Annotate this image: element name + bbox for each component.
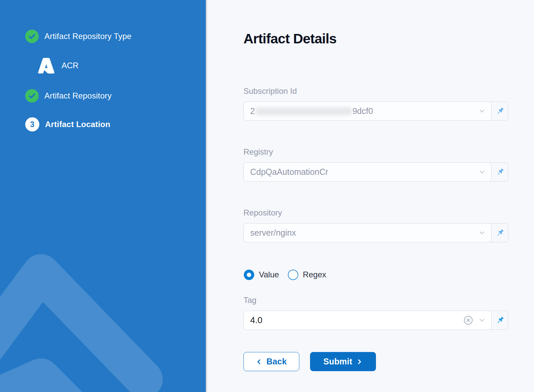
clear-icon[interactable] [464,316,473,325]
chevron-down-icon[interactable] [479,317,485,323]
tag-input-wrap [243,311,492,330]
subscription-id-value-prefix: 2 [250,106,255,116]
wizard-steps: Artifact Repository Type ACR Artifact Re… [0,0,206,131]
step-artifact-repository[interactable]: Artifact Repository [25,89,206,103]
chevron-left-icon [256,359,262,365]
selected-repository-type: ACR [37,56,206,75]
step-label: Artifact Location [45,120,110,129]
pin-icon [496,316,505,325]
repository-pin-button[interactable] [492,223,508,242]
radio-option-value[interactable]: Value [244,270,279,280]
wizard-footer-buttons: Back Submit [243,352,508,371]
radio-option-regex[interactable]: Regex [288,270,326,280]
pin-icon [496,228,505,237]
chevron-down-icon [479,230,485,236]
registry-select[interactable]: CdpQaAutomationCr [243,162,492,182]
page-title: Artifact Details [243,30,508,48]
registry-control: CdpQaAutomationCr [243,162,508,182]
radio-unselected-icon[interactable] [288,270,298,280]
registry-pin-button[interactable] [492,162,508,182]
pin-icon [496,107,505,116]
step-artifact-repository-type[interactable]: Artifact Repository Type [25,30,206,43]
step-complete-check-icon [25,30,39,43]
back-button-label: Back [266,357,287,366]
tag-control [243,311,508,330]
tag-label: Tag [243,295,508,305]
subscription-id-label: Subscription Id [243,86,508,96]
chevron-right-icon [356,359,363,365]
subscription-id-field-group: Subscription Id 2 9dcf0 [243,86,508,121]
repository-type-label: ACR [62,61,79,70]
redacted-value-bar [255,107,352,115]
pin-icon [496,167,505,177]
back-button[interactable]: Back [243,352,299,371]
azure-logo-icon [37,57,55,75]
radio-label: Regex [303,270,326,279]
registry-value: CdpQaAutomationCr [250,167,328,177]
subscription-id-control: 2 9dcf0 [243,102,508,121]
subscription-id-pin-button[interactable] [492,102,508,121]
wizard-sidebar: Artifact Repository Type ACR Artifact Re… [0,0,206,392]
repository-label: Repository [243,208,508,218]
submit-button-label: Submit [323,357,352,366]
tag-input[interactable] [250,315,464,325]
chevron-down-icon [479,169,485,175]
subscription-id-value-suffix: 9dcf0 [352,106,373,116]
repository-value: server/nginx [250,228,296,238]
tag-pin-button[interactable] [492,311,508,330]
repository-control: server/nginx [243,223,508,242]
artifact-details-panel: Artifact Details Subscription Id 2 9dcf0 [206,0,534,392]
step-label: Artifact Repository Type [44,32,131,41]
tag-field-group: Tag [243,295,508,330]
step-artifact-location[interactable]: 3 Artifact Location [25,117,206,131]
step-label: Artifact Repository [44,91,112,101]
submit-button[interactable]: Submit [310,352,376,371]
radio-label: Value [259,270,279,279]
artifact-details-form: Subscription Id 2 9dcf0 [243,86,508,371]
chevron-down-icon [479,108,485,114]
step-number-badge: 3 [25,117,39,131]
repository-select[interactable]: server/nginx [243,223,492,242]
artifact-wizard-window: Artifact Repository Type ACR Artifact Re… [0,0,534,392]
step-complete-check-icon [25,89,39,103]
radio-selected-icon[interactable] [244,270,254,280]
registry-label: Registry [243,147,508,157]
tag-type-radio-group: Value Regex [244,269,508,280]
subscription-id-select[interactable]: 2 9dcf0 [243,102,492,121]
repository-field-group: Repository server/nginx [243,208,508,242]
registry-field-group: Registry CdpQaAutomationCr [243,147,508,182]
